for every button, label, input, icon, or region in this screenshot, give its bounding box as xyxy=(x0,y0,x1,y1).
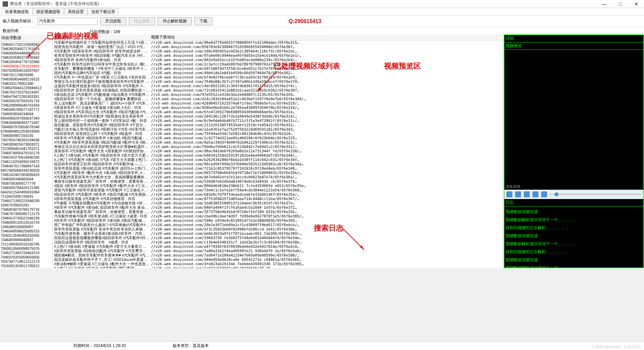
table-row[interactable]: #拆车件原装原版 #汽车配件 #汽车好物推荐 - 抖音//v26-web.dou… xyxy=(53,197,504,201)
table-row[interactable]: 全车配件，要哪里拆哪里！#专业中三元催化 #拆车件 #发动……//v26-web… xyxy=(53,66,504,71)
start-extract-button[interactable]: 开启抓取 xyxy=(100,17,126,25)
table-row[interactable]: #发动机♥解听 #变速箱 #三元催化 #配件大全 一件也是批发价……//v26-… xyxy=(53,262,504,266)
table-row[interactable]: 汽配行业大揭入局*用无妙招 #星图计划 #汽车 #封革汽车 — 抖音//v26-… xyxy=(53,127,504,132)
list-item[interactable]: 7037347714611212173 xyxy=(1,259,52,264)
list-item[interactable]: 7110410395725641 xyxy=(1,194,52,199)
list-item[interactable]: 6442411543495691064 xyxy=(1,190,52,194)
list-item[interactable]: 7348369654680116515 xyxy=(1,77,52,81)
list-item[interactable]: 6957805066434230020 xyxy=(1,168,52,173)
table-row[interactable]: 原厂件和副厂件到底有什么差别？#汽车维修|#汽车配件#抖音汽车……//v26-w… xyxy=(53,223,504,227)
download-button[interactable]: 下载 xyxy=(194,17,212,25)
table-row[interactable]: #拆车件 #汽车配件 #陈田拆车件 #发动机 #陈田汽配城 - 抖音//v26-… xyxy=(53,136,504,140)
table-row[interactable]: #汽车配件 #拆车件原装原版 #陈田汽配城 #配件大全 #陈田拆……//v26-… xyxy=(53,140,504,145)
list-item[interactable]: 7346878856478192178 xyxy=(1,151,52,155)
list-item[interactable]: 7346058907293155 xyxy=(1,134,52,138)
list-item[interactable]: 7346203580371186942 xyxy=(1,55,52,60)
table-row[interactable]: #陈田拆车件 各种汽车配件#发动机 - 抖音//v26-web.douyinvo… xyxy=(53,58,504,62)
prev-button[interactable] xyxy=(524,191,530,197)
list-item[interactable]: 7346382590071761674 xyxy=(1,47,52,51)
list-item[interactable]: 7016091353911705612 xyxy=(1,264,52,268)
table-row[interactable]: #汽车配件 #原装拆车件 #陈田拆车件 拆车件就是这样，不管是…//v26-we… xyxy=(53,49,504,53)
list-item[interactable]: 7346586760677182771 xyxy=(1,108,52,112)
table-row[interactable]: 汽车配件维修与保养 #拆车发动机 #三元催化 #减震 - 抖音//v26-web… xyxy=(53,214,504,218)
list-item[interactable]: 1346489158005087 xyxy=(1,225,52,229)
table-row[interactable]: 凯迪拉克全系拆车件#汽车配件 #陈凯迪拉克全系拆车件 #拆车件……//v26-w… xyxy=(53,114,504,119)
table-row[interactable]: 各类车型拆车件#拆车件 #陈田拆配 #汽配汽车大全 #抖音帮10 ·//v26-… xyxy=(53,53,504,58)
table-row[interactable]: #陈田拆车件 #汽车配件 #拆车件 #陈田汽配城 #汽车易损件 - 抖音//v2… xyxy=(53,192,504,197)
list-item[interactable]: 7007028054518287657 xyxy=(1,68,52,73)
table-row[interactable]: 陈田配城，原装拆车件#汽车配件 #陈田拆车件 #干货分享 …//v26-web.… xyxy=(53,123,504,127)
list-item[interactable]: 7307054748283194636 xyxy=(1,138,52,142)
table-row[interactable]: #上热门 #汽车配件 #发动机 #汽车 #官方大大我要上热门 - 抖音//v26… xyxy=(53,158,504,162)
tab-system-settings[interactable]: 系统设置 xyxy=(64,8,88,15)
table-row[interactable]: 陈田拆车件便宜又好用 #陈田拆车件 #汽车配件城 — 二手车摄运工…//v26-… xyxy=(53,162,504,166)
list-item[interactable]: 7346571395223348239 xyxy=(1,199,52,203)
minimize-button[interactable]: — xyxy=(599,1,609,7)
table-row[interactable]: #陈田 #拆车件 #陈田拆车件 #汽车配件 #配件大全 #三元配城 - …//v… xyxy=(53,184,504,188)
table-row[interactable]: 奔驰宝马大灯尾灯机盖叶子板前嘴原装拆车件#汽车配件 #陈田拆……//v26-we… xyxy=(53,79,504,84)
table-row[interactable]: 沈陈田成震拆车件 #陈田拆车件 #减震 - 抖音//v26-web.douyin… xyxy=(53,240,504,244)
list-item[interactable]: 7348309825673003071 xyxy=(1,142,52,147)
pending-id-list[interactable]: 7346551710115958042734638259007176167473… xyxy=(0,42,52,268)
list-item[interactable]: 7346565346805584 xyxy=(1,177,52,181)
table-row[interactable]: 国内汽车配件品牌#汽车知识 #汽配 - 抖音//v26-web.douyinvo… xyxy=(53,71,504,75)
log-area[interactable]: 视频数据加载完成视频数据解析成功等待下一个。。。。。获取到视频ID正在解析。。。… xyxy=(504,206,643,268)
table-row[interactable]: 原装拆车 #汽车配件 #配件大全 #原装配件 #封摇创作协手中心…//v26-w… xyxy=(53,149,504,153)
list-item[interactable]: 7346551710115958042 xyxy=(1,42,52,47)
tab-batch-extract[interactable]: 批量视频提取 xyxy=(1,8,33,15)
list-item[interactable]: 7348096067701629955 xyxy=(1,64,52,68)
table-row[interactable]: 原装汽车配件 #拆车件原装原版 #汽车配件 #三元催化 #发动机……//v26-… xyxy=(53,188,504,192)
table-row[interactable]: #陈田拆车件 你觉得怎么样？#汽车配件 #陈盘件 - 抖音//v26-web.d… xyxy=(53,132,504,136)
list-item[interactable]: 10457539825261 xyxy=(1,203,52,207)
table-row[interactable]: #竿篇呢 卡宅嘴皮双圈房#汽车配件 #汽动波修升级 #拆车件…//v26-web… xyxy=(53,201,504,205)
list-item[interactable]: 7030213545905255555 xyxy=(1,233,52,238)
table-row[interactable]: 汽车配件请有着，修车不会原来#发动机#拆车件 - 汽车配……//v26-web.… xyxy=(53,231,504,236)
list-item[interactable]: 7346793725379224347 xyxy=(1,90,52,95)
table-row[interactable]: #汽车配件 拆车件这样可以吗专业中害交给专业的人 #配件大全 #…//v26-w… xyxy=(53,62,504,66)
table-row[interactable]: #上热门 #三元催化 #仪表台 #汽车配件 #帽门配件…//v26-web.do… xyxy=(53,266,504,268)
next-button[interactable] xyxy=(532,191,538,197)
table-row[interactable]: 视听频♥解讯，想收全车配件在车搜来单♥ #汽车配件 #汽车配……//v26-we… xyxy=(53,253,504,257)
table-row[interactable]: #陈田拆车件 #汽车用品大全 #汽车配件 #陈田汽配城 #汽车知识……//v26… xyxy=(53,110,504,114)
table-row[interactable]: #上热门 #发动机 #汽车配件 #陈田拆车件 #官方官方大爱官方热……//v26… xyxy=(53,153,504,158)
table-row[interactable]: #汽车配件 #拆车件 #配件大全 #发动机 #陈田拆车件_#需要……//v26-… xyxy=(53,171,504,175)
list-item[interactable]: 7348376325659659656 xyxy=(1,255,52,259)
list-item[interactable]: 7346569794428121385 xyxy=(1,186,52,190)
table-row[interactable]: #原装拆车件 #三元催化 #变速箱 #发动机 #大灯 - 抖音//v3-web.… xyxy=(53,106,504,110)
list-item[interactable]: 7060610560098575076 xyxy=(1,246,52,251)
table-row[interactable]: 车上这些配件，真没必要换原厂！ @DOU+小助手 #汽车 #每天一个……//v3… xyxy=(53,101,504,106)
list-item[interactable]: 7346854079799179716 xyxy=(1,207,52,212)
table-row[interactable]: 面店老板的老车配件终于齐了, 开工! #2021docar年度盛典 #封…//v… xyxy=(53,257,504,262)
list-item[interactable]: 7346110203695216672 xyxy=(1,160,52,164)
media-slider[interactable] xyxy=(550,194,641,195)
stop-parse-button[interactable]: 停止解析视频 xyxy=(158,17,192,25)
table-row[interactable]: #上热门 #发动机 #变速箱 #汽车配件 #官方大大要票力 — 抖音//v26-… xyxy=(53,244,504,249)
table-row[interactable]: #汽车配件 #一件也是出厂价 #原装 #三元催化 #支持全国各地……//v26-… xyxy=(53,75,504,79)
table-row[interactable]: #拆车件 #汽车配件 #陈田拆车件 #发动机 #陈田汽配城 原厂…//v26-w… xyxy=(53,218,504,223)
list-item[interactable]: 7346413739522348239 xyxy=(1,216,52,220)
list-item[interactable]: 6954968297090637343 xyxy=(1,116,52,121)
close-button[interactable]: ✕ xyxy=(631,1,641,7)
table-row[interactable]: 事故车试验车报废车原厂 拆车件，价格便宜，质量有保 , 基要无……//v26-w… xyxy=(53,210,504,214)
table-row[interactable]: 奔驰宝马沃尔沃本田丰田雷克萨斯原装大灯香肠♥机盖叶子板车……//v3-web.d… xyxy=(53,145,504,149)
list-item[interactable]: 7348003694234094 xyxy=(1,112,52,116)
maximize-button[interactable]: □ xyxy=(615,1,625,7)
table-row[interactable]: 假冒伪劣汽车配件，标签一贴秒变原厂出品！#315 #汽车配件 - …//v3-w… xyxy=(53,45,504,49)
table-row[interactable]: #陈田拆车件 只需一个方向盘，里搬拆哪里♥ 通通拆拆……//v3-web.dou… xyxy=(53,97,504,101)
list-item[interactable]: 7346090564488866610 xyxy=(1,51,52,55)
list-item[interactable]: 7346205454776732966 xyxy=(1,60,52,64)
table-row[interactable]: 拆车件原装原版 #汽车配件 专业中害交给专业的人来做更专业……//v26-web… xyxy=(53,227,504,231)
list-item[interactable]: 7346556297593191716 xyxy=(1,99,52,103)
list-item[interactable]: 7084897970558078248 xyxy=(1,125,52,129)
list-item[interactable]: 7346791178625986 xyxy=(1,73,52,77)
list-item[interactable]: 7346208906640741659 xyxy=(1,103,52,108)
list-item[interactable]: 7345271383726463219 xyxy=(1,251,52,255)
table-row[interactable]: #拆车件 #汽车配件 #发动机 陈田拆车件 #配件大全 发动机……//v26-w… xyxy=(53,205,504,210)
table-row[interactable]: #汽车配件原装拆车件大全配件大全，更搞拆哪里要搬拆哪里!//v26-web.do… xyxy=(53,175,504,179)
list-item[interactable]: 7348242276616690295 xyxy=(1,155,52,160)
table-row[interactable]: 在陈田这里都是指哪里拆哪里#陈田拆车件 #汽车配件#抖价—条线……//v26-w… xyxy=(53,236,504,240)
table-row[interactable]: 车上那些部件好一个就得换一套呀？#汽车知识 #配 - 抖音//v26-web.d… xyxy=(53,119,504,123)
table-row[interactable]: 这里的汽车配件就是多#陈田 #陈田拆车件 #汽车配件 #汽配……//v3-web… xyxy=(53,84,504,88)
list-item[interactable]: 7096384898493771047 xyxy=(1,121,52,125)
table-row[interactable]: #拆车件原装原版 #回收陈旧配件 #汽车配件 #汽车费另件 #赛是……//v26… xyxy=(53,249,504,253)
